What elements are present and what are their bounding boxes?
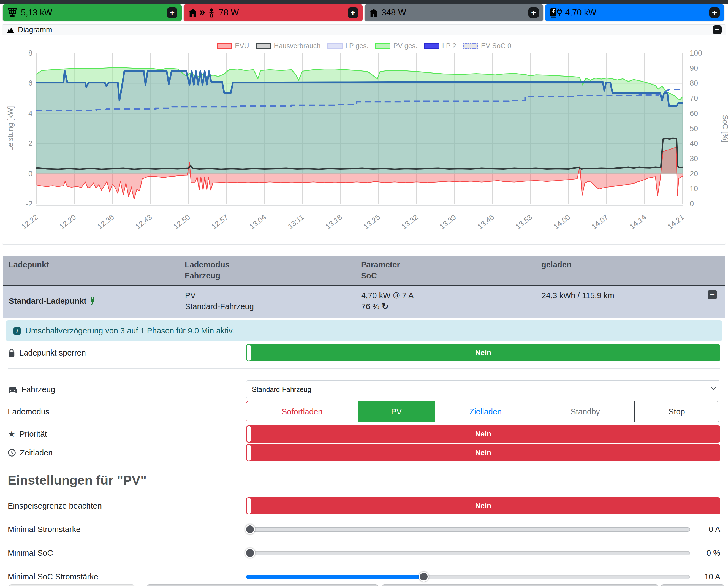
lademodus-sofortladen[interactable]: Sofortladen <box>246 401 358 422</box>
svg-text:100: 100 <box>690 50 702 57</box>
diagram-collapse-button[interactable]: − <box>713 25 722 34</box>
legend-swatch <box>327 43 342 49</box>
lock-icon <box>8 348 16 357</box>
legend-item[interactable]: PV ges. <box>375 42 417 50</box>
pv-sliders: Minimal Stromstärke0 AMinimal SoC0 %Mini… <box>3 524 725 582</box>
fahrzeug-select[interactable]: Standard-Fahrzeug <box>246 380 720 399</box>
svg-text:13:39: 13:39 <box>438 213 458 231</box>
fahrzeug-select-value: Standard-Fahrzeug <box>252 385 311 393</box>
chargepoint-parameter: 4,70 kW ③ 7 A 76 %↻ <box>361 290 542 312</box>
slider-track[interactable] <box>246 527 690 532</box>
cutoff-box[interactable] <box>9 584 135 586</box>
minimal-soc-stromstärke-slider[interactable] <box>246 572 690 582</box>
lademodus-stop[interactable]: Stop <box>634 401 719 422</box>
chart-icon <box>6 26 15 33</box>
slider-value: 10 A <box>690 572 720 581</box>
chargepoint-collapse-button[interactable]: − <box>708 290 717 299</box>
grid-expand-button[interactable]: + <box>348 7 358 18</box>
diagram-header[interactable]: Diagramm − <box>2 25 726 35</box>
minimal-stromstärke-slider[interactable] <box>246 524 690 534</box>
legend-item[interactable]: LP 2 <box>424 42 456 50</box>
svg-text:10: 10 <box>690 184 698 193</box>
chargepoint-table-header: Ladepunkt LademodusFahrzeug ParameterSoC… <box>3 256 725 285</box>
svg-text:14:21: 14:21 <box>666 213 686 231</box>
solar-panel-icon <box>7 8 18 17</box>
slider-value: 0 A <box>690 525 720 534</box>
svg-text:70: 70 <box>690 94 698 102</box>
svg-text:13:18: 13:18 <box>324 213 344 231</box>
chargepoint-expand-button[interactable]: + <box>709 7 720 18</box>
chargepoint-vehicle: Standard-Fahrzeug <box>185 301 361 312</box>
chargepoint-panel: Standard-Ladepunkt PV Standard-Fahrzeug … <box>3 285 725 586</box>
cutoff-button[interactable] <box>147 584 378 586</box>
zeitladen-toggle[interactable]: Nein <box>246 444 720 461</box>
chargepoint-power-value: 4,70 kW <box>565 8 596 18</box>
svg-text:80: 80 <box>690 79 698 87</box>
ladepunkt-sperren-label: Ladepunkt sperren <box>8 348 246 357</box>
legend-item[interactable]: EV SoC 0 <box>463 42 511 50</box>
toggle-handle[interactable] <box>247 426 251 442</box>
status-cards-row: 5,13 kW + » 78 W + 348 W + 4,70 kW + <box>3 4 724 21</box>
legend-swatch <box>375 43 390 49</box>
house-icon <box>188 8 198 17</box>
legend-item[interactable]: EVU <box>217 42 249 50</box>
svg-text:12:36: 12:36 <box>96 213 115 231</box>
chargepoint-power-phases: 4,70 kW ③ 7 A <box>361 290 542 301</box>
divider <box>8 368 720 369</box>
slider-row: Minimal SoC0 % <box>3 548 725 558</box>
svg-text:13:46: 13:46 <box>476 213 496 231</box>
legend-item[interactable]: LP ges. <box>327 42 368 50</box>
slider-thumb[interactable] <box>245 548 255 558</box>
slider-thumb[interactable] <box>419 572 429 582</box>
chargepoint-soc: 76 % <box>361 302 380 311</box>
chargepoint-power-card[interactable]: 4,70 kW + <box>545 4 724 21</box>
svg-text:12:50: 12:50 <box>172 213 192 231</box>
svg-text:6: 6 <box>28 79 32 87</box>
prioritaet-toggle[interactable]: Nein <box>246 426 720 442</box>
slider-thumb[interactable] <box>245 524 255 534</box>
legend-item[interactable]: Hausverbrauch <box>256 42 321 50</box>
slider-label: Minimal SoC <box>8 549 246 558</box>
svg-text:90: 90 <box>690 64 698 72</box>
ladepunkt-sperren-toggle[interactable]: Nein <box>246 344 720 361</box>
toggle-handle[interactable] <box>247 345 251 361</box>
chargepoint-charged: 24,3 kWh / 115,9 km <box>542 290 725 312</box>
toggle-handle[interactable] <box>247 498 251 514</box>
svg-text:8: 8 <box>28 50 32 57</box>
house-expand-button[interactable]: + <box>528 7 539 18</box>
svg-text:13:25: 13:25 <box>362 213 382 231</box>
slider-label: Minimal SoC Stromstärke <box>8 572 246 581</box>
chargepoint-mode-vehicle: PV Standard-Fahrzeug <box>185 290 361 312</box>
chargepoint-name: Standard-Ladepunkt <box>3 290 185 312</box>
lademodus-zielladen[interactable]: Zielladen <box>435 401 536 422</box>
einspeisegrenze-toggle[interactable]: Nein <box>246 497 720 514</box>
slider-row: Minimal SoC Stromstärke10 A <box>3 572 725 582</box>
svg-text:14:14: 14:14 <box>628 213 648 231</box>
cutoff-button[interactable] <box>661 584 725 586</box>
wallbox-charge-icon <box>550 8 562 18</box>
svg-text:13:11: 13:11 <box>286 213 306 230</box>
slider-label: Minimal Stromstärke <box>8 525 246 534</box>
house-icon <box>369 8 378 17</box>
pv-settings-heading: Einstellungen für "PV" <box>8 473 720 488</box>
slider-track[interactable] <box>246 551 690 555</box>
pv-expand-button[interactable]: + <box>167 7 177 18</box>
house-power-card[interactable]: 348 W + <box>365 4 544 21</box>
grid-power-value: 78 W <box>219 8 239 18</box>
fahrzeug-label: Fahrzeug <box>8 385 246 394</box>
svg-text:SoC [%]: SoC [%] <box>721 115 728 142</box>
legend-label: LP 2 <box>442 42 456 50</box>
cutoff-button[interactable] <box>382 584 659 586</box>
lademodus-pv[interactable]: PV <box>358 401 435 422</box>
minimal-soc-slider[interactable] <box>246 548 690 558</box>
lademodus-standby[interactable]: Standby <box>536 401 635 422</box>
grid-power-card[interactable]: » 78 W + <box>184 4 363 21</box>
svg-text:50: 50 <box>690 125 698 133</box>
svg-text:20: 20 <box>690 170 698 178</box>
slider-row: Minimal Stromstärke0 A <box>3 524 725 534</box>
pv-power-card[interactable]: 5,13 kW + <box>3 4 182 21</box>
soc-refresh-icon[interactable]: ↻ <box>382 302 389 311</box>
toggle-handle[interactable] <box>247 445 251 461</box>
chargepoint-row[interactable]: Standard-Ladepunkt PV Standard-Fahrzeug … <box>3 285 725 317</box>
diagram-card: Diagramm − EVUHausverbrauchLP ges.PV ges… <box>2 24 726 245</box>
